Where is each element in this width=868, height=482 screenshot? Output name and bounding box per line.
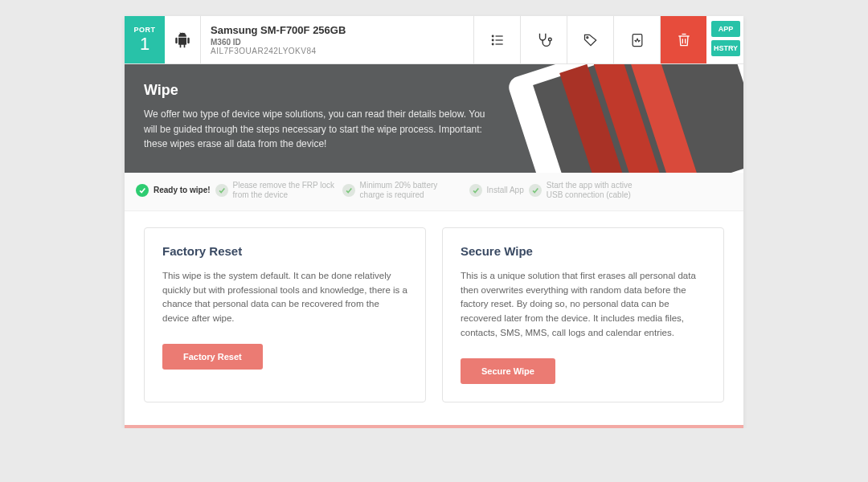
status-tape: Ready to wipe! Please remove the FRP loc… — [125, 173, 743, 211]
secure-wipe-button[interactable]: Secure Wipe — [461, 358, 555, 384]
android-icon — [165, 16, 201, 63]
footer-accent — [125, 425, 743, 428]
status-install: Install App — [469, 184, 524, 197]
secure-wipe-body: This is a unique solution that first era… — [461, 269, 706, 341]
port-number: 1 — [140, 34, 149, 55]
svg-point-0 — [492, 35, 493, 37]
device-info: Samsung SM-F700F 256GB M360 ID AIL7F3OUA… — [201, 16, 473, 63]
secure-wipe-card: Secure Wipe This is a unique solution th… — [442, 227, 724, 402]
svg-rect-8 — [633, 34, 642, 46]
hero-body: We offer two type of device wipe solutio… — [144, 107, 489, 152]
svg-point-4 — [492, 43, 493, 45]
app-button[interactable]: APP — [711, 21, 740, 37]
status-battery: Minimum 20% battery charge is required — [342, 181, 465, 201]
factory-reset-title: Factory Reset — [162, 244, 407, 258]
port-label: PORT — [133, 26, 155, 34]
tag-icon[interactable] — [567, 16, 613, 63]
status-ready: Ready to wipe! — [136, 184, 211, 197]
header-icons — [473, 16, 706, 63]
cards: Factory Reset This wipe is the system de… — [125, 211, 743, 425]
hero: Wipe We offer two type of device wipe so… — [125, 64, 743, 173]
device-id-label: M360 ID — [211, 38, 464, 47]
status-usb: Start the app with active USB connection… — [529, 181, 651, 201]
diagnostics-icon[interactable] — [520, 16, 567, 63]
secure-wipe-title: Secure Wipe — [461, 244, 706, 258]
hero-illustration — [506, 64, 743, 173]
list-icon[interactable] — [473, 16, 520, 63]
history-button[interactable]: HSTRY — [711, 40, 740, 56]
device-model: Samsung SM-F700F 256GB — [211, 24, 464, 36]
svg-point-7 — [586, 36, 588, 38]
report-icon[interactable] — [613, 16, 660, 63]
header: PORT 1 Samsung SM-F700F 256GB M360 ID AI… — [125, 16, 743, 64]
svg-point-2 — [492, 39, 493, 41]
wipe-icon[interactable] — [660, 16, 706, 63]
factory-reset-card: Factory Reset This wipe is the system de… — [144, 227, 426, 402]
app-window: PORT 1 Samsung SM-F700F 256GB M360 ID AI… — [125, 16, 743, 428]
factory-reset-button[interactable]: Factory Reset — [162, 344, 263, 370]
side-buttons: APP HSTRY — [706, 16, 743, 63]
factory-reset-body: This wipe is the system default. It can … — [162, 269, 407, 326]
svg-point-6 — [548, 38, 551, 41]
device-id: AIL7F3OUAR242LYOKV84 — [211, 47, 464, 55]
port-badge: PORT 1 — [125, 16, 165, 63]
status-frp: Please remove the FRP lock from the devi… — [215, 181, 338, 201]
